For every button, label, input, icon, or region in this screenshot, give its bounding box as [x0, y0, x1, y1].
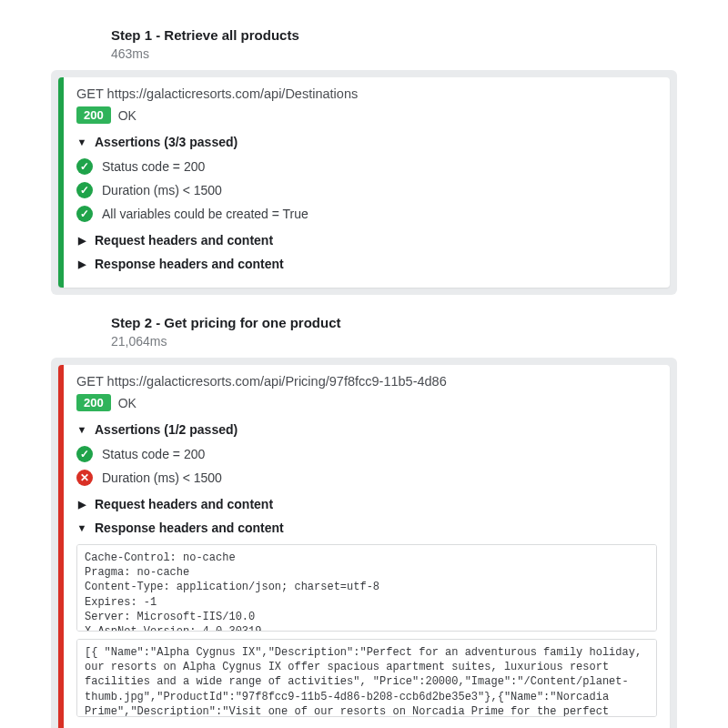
status-badge: 200: [76, 106, 111, 124]
assertion-row: Duration (ms) < 1500: [76, 466, 657, 490]
step-title: Step 2 - Get pricing for one product: [111, 315, 677, 330]
assertions-toggle-label: Assertions (3/3 passed): [95, 135, 238, 149]
cross-icon: [76, 470, 93, 486]
request-headers-toggle-label: Request headers and content: [95, 497, 273, 511]
assertion-label: Duration (ms) < 1500: [102, 470, 222, 485]
assertion-row: Duration (ms) < 1500: [76, 178, 657, 202]
status-text: OK: [118, 108, 136, 123]
response-headers-toggle[interactable]: Response headers and content: [76, 255, 657, 273]
assertion-row: All variables could be created = True: [76, 202, 657, 226]
step-duration: 463ms: [111, 46, 677, 61]
step-duration: 21,064ms: [111, 334, 677, 349]
assertions-toggle-label: Assertions (1/2 passed): [95, 422, 238, 437]
check-icon: [76, 446, 93, 462]
chevron-down-icon: [76, 136, 87, 147]
assertion-list: Status code = 200 Duration (ms) < 1500: [76, 442, 657, 490]
assertion-label: Status code = 200: [102, 159, 205, 174]
result-panel: GET https://galacticresorts.com/api/Dest…: [58, 77, 670, 288]
chevron-right-icon: [76, 499, 87, 511]
chevron-right-icon: [76, 235, 87, 247]
step-title: Step 1 - Retrieve all products: [111, 27, 677, 43]
check-icon: [76, 158, 93, 175]
assertion-label: All variables could be created = True: [102, 207, 308, 221]
response-headers-toggle-label: Response headers and content: [95, 257, 284, 271]
assertion-row: Status code = 200: [76, 442, 657, 466]
chevron-down-icon: [76, 424, 87, 435]
response-body-box[interactable]: [{ "Name":"Alpha Cygnus IX","Description…: [76, 639, 657, 717]
assertion-row: Status code = 200: [76, 155, 657, 178]
check-icon: [76, 182, 93, 198]
assertions-toggle[interactable]: Assertions (3/3 passed): [76, 133, 657, 151]
result-panel: GET https://galacticresorts.com/api/Pric…: [58, 365, 670, 728]
step-card: GET https://galacticresorts.com/api/Dest…: [51, 70, 677, 295]
assertion-label: Status code = 200: [102, 447, 205, 461]
step-card: GET https://galacticresorts.com/api/Pric…: [51, 358, 677, 728]
request-headers-toggle[interactable]: Request headers and content: [76, 231, 657, 249]
assertions-toggle[interactable]: Assertions (1/2 passed): [76, 420, 657, 439]
request-line: GET https://galacticresorts.com/api/Pric…: [76, 374, 657, 389]
chevron-down-icon: [76, 522, 87, 533]
request-headers-toggle[interactable]: Request headers and content: [76, 495, 657, 513]
chevron-right-icon: [76, 258, 87, 270]
status-row: 200 OK: [76, 106, 657, 124]
check-icon: [76, 206, 93, 222]
response-headers-box[interactable]: Cache-Control: no-cache Pragma: no-cache…: [76, 544, 657, 632]
response-headers-toggle[interactable]: Response headers and content: [76, 519, 657, 537]
request-line: GET https://galacticresorts.com/api/Dest…: [76, 86, 657, 101]
status-text: OK: [118, 396, 136, 410]
assertion-label: Duration (ms) < 1500: [102, 183, 222, 197]
status-row: 200 OK: [76, 394, 657, 411]
status-badge: 200: [76, 394, 111, 411]
request-headers-toggle-label: Request headers and content: [95, 233, 273, 248]
assertion-list: Status code = 200 Duration (ms) < 1500 A…: [76, 155, 657, 226]
response-headers-toggle-label: Response headers and content: [95, 521, 284, 535]
